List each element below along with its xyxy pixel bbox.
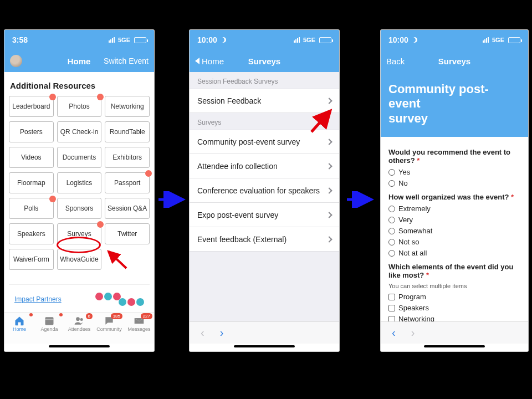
- notification-dot-icon: [49, 94, 56, 100]
- signal-icon: [294, 37, 300, 43]
- dnd-moon-icon: [412, 37, 417, 43]
- status-network: 5GE: [303, 37, 315, 43]
- tile-photos[interactable]: Photos: [57, 96, 102, 117]
- radio-option[interactable]: No: [388, 179, 520, 187]
- radio-option[interactable]: Extremely: [388, 204, 520, 213]
- radio-option[interactable]: Yes: [388, 168, 520, 176]
- option-label: No: [398, 179, 408, 187]
- checkbox-option[interactable]: Speakers: [388, 304, 520, 312]
- tile-videos[interactable]: Videos: [9, 147, 54, 168]
- list-item[interactable]: Event feedback (External): [190, 227, 339, 252]
- browser-forward-button[interactable]: ›: [411, 326, 415, 339]
- nav-title: Surveys: [431, 57, 478, 66]
- group-2-list: Community post-event surveyAttendee info…: [190, 130, 339, 252]
- radio-option[interactable]: Somewhat: [388, 227, 520, 235]
- nav-back-label: Home: [202, 57, 224, 66]
- agenda-icon: [43, 315, 55, 326]
- section-title: Additional Resources: [10, 81, 150, 90]
- checkbox-icon: [388, 305, 395, 311]
- tab-community[interactable]: Community185: [95, 315, 124, 332]
- tab-agenda[interactable]: Agenda: [35, 315, 64, 332]
- chevron-right-icon: [326, 163, 332, 169]
- tab-label: Home: [13, 326, 26, 332]
- tab-bar: HomeAgendaAttendees6Community185Messages…: [4, 313, 154, 344]
- dnd-moon-icon: [221, 37, 226, 43]
- tile-networking[interactable]: Networking: [105, 96, 150, 117]
- checkbox-option[interactable]: Program: [388, 293, 520, 301]
- nav-switch-event[interactable]: Switch Event: [104, 57, 149, 65]
- nav-title: Surveys: [239, 57, 289, 66]
- tile-qr-check-in[interactable]: QR Check-in: [57, 121, 102, 142]
- tab-home[interactable]: Home: [5, 315, 34, 332]
- tile-passport[interactable]: Passport: [105, 172, 150, 193]
- browser-forward-button[interactable]: ›: [220, 326, 224, 339]
- tile-documents[interactable]: Documents: [57, 147, 102, 168]
- nav-avatar[interactable]: [10, 55, 54, 67]
- chevron-left-icon: [195, 58, 200, 64]
- option-label: Speakers: [398, 304, 429, 312]
- group-1-list: Session Feedback: [190, 89, 339, 113]
- nav-back-button[interactable]: Home: [195, 57, 239, 66]
- status-indicators: 5GE: [109, 37, 146, 43]
- nav-bar: Back Surveys: [381, 50, 528, 72]
- tile-whovaguide[interactable]: WhovaGuide: [57, 249, 102, 270]
- tab-messages[interactable]: Messages227: [125, 315, 154, 332]
- screen-survey-form: 10:00 5GE Back Surveys Community post-ev…: [381, 30, 528, 351]
- tile-logistics[interactable]: Logistics: [57, 172, 102, 193]
- radio-icon: [388, 228, 395, 234]
- step-arrow-icon: [156, 191, 187, 208]
- radio-icon: [388, 180, 395, 187]
- attendees-icon: [73, 315, 85, 326]
- option-label: Program: [398, 293, 426, 301]
- browser-back-button[interactable]: ‹: [201, 326, 204, 339]
- list-item[interactable]: Expo post-event survey: [190, 203, 339, 227]
- list-item-label: Event feedback (External): [197, 235, 287, 244]
- status-indicators: 5GE: [294, 37, 331, 43]
- status-network: 5GE: [118, 37, 130, 43]
- nav-back-button[interactable]: Back: [386, 57, 431, 66]
- status-bar: 10:00 5GE: [190, 30, 339, 50]
- radio-option[interactable]: Not so: [388, 238, 520, 246]
- badge: 185: [111, 313, 122, 319]
- status-bar: 3:58 5GE: [4, 30, 154, 50]
- list-item-label: Expo post-event survey: [197, 211, 278, 219]
- tile-posters[interactable]: Posters: [9, 121, 54, 142]
- tile-floormap[interactable]: Floormap: [9, 172, 54, 193]
- checkbox-icon: [388, 294, 395, 300]
- tile-surveys[interactable]: Surveys: [57, 223, 102, 244]
- signal-icon: [483, 37, 489, 43]
- tile-sponsors[interactable]: Sponsors: [57, 198, 102, 219]
- list-item[interactable]: Community post-event survey: [190, 130, 339, 154]
- survey-form: Would you recommend the event to others?…: [381, 137, 528, 321]
- tile-twitter[interactable]: Twitter: [105, 223, 150, 244]
- list-item[interactable]: Session Feedback: [190, 89, 339, 113]
- notification-dot-icon: [97, 94, 104, 100]
- status-time: 3:58: [12, 35, 28, 44]
- svg-point-3: [76, 317, 80, 321]
- required-asterisk: *: [417, 156, 420, 165]
- list-item-label: Attendee info collection: [197, 162, 278, 171]
- tab-attendees[interactable]: Attendees6: [65, 315, 94, 332]
- option-label: Yes: [398, 168, 410, 176]
- browser-back-button[interactable]: ‹: [392, 326, 396, 339]
- list-item[interactable]: Attendee info collection: [190, 154, 339, 178]
- tile-leaderboard[interactable]: Leaderboard: [9, 96, 54, 117]
- radio-option[interactable]: Not at all: [388, 249, 520, 257]
- screen-surveys-list: 10:00 5GE Home Surveys Session Feedback …: [190, 30, 339, 351]
- tile-polls[interactable]: Polls: [9, 198, 54, 219]
- tile-session-q-a[interactable]: Session Q&A: [105, 198, 150, 219]
- impact-partners-row: Impact Partners: [9, 284, 150, 313]
- checkbox-option[interactable]: Networking: [388, 315, 520, 321]
- list-item[interactable]: Conference evaluation for speakers: [190, 178, 339, 203]
- tile-roundtable[interactable]: RoundTable: [105, 121, 150, 142]
- tile-waiverform[interactable]: WaiverForm: [9, 249, 54, 270]
- tile-speakers[interactable]: Speakers: [9, 223, 54, 244]
- survey-title-line2: survey: [388, 111, 428, 125]
- radio-option[interactable]: Very: [388, 216, 520, 224]
- notification-dot-icon: [29, 313, 33, 316]
- group-header: Session Feedback Surveys: [190, 72, 339, 89]
- impact-partners-link[interactable]: Impact Partners: [14, 295, 62, 303]
- impact-logo-icon: [95, 293, 144, 306]
- tile-exhibitors[interactable]: Exhibitors: [105, 147, 150, 168]
- surveys-content: Session Feedback Surveys Session Feedbac…: [190, 72, 339, 321]
